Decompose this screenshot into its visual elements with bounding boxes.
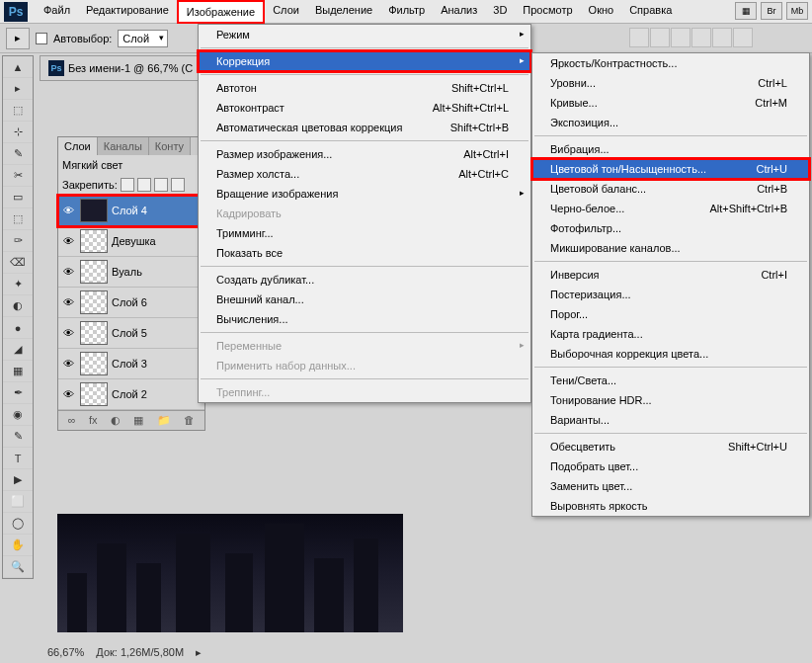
menu-item[interactable]: Вибрация...	[532, 139, 809, 159]
menu-item[interactable]: АвтоконтрастAlt+Shift+Ctrl+L	[199, 98, 530, 118]
menu-слои[interactable]: Слои	[265, 0, 307, 24]
menu-item[interactable]: Размер изображения...Alt+Ctrl+I	[199, 144, 530, 164]
layer-footer-icon[interactable]: ∞	[68, 414, 76, 427]
tool-button[interactable]: ✂	[3, 165, 33, 187]
titlebar-icon[interactable]: Mb	[786, 2, 808, 20]
tab-channels[interactable]: Каналы	[98, 137, 149, 155]
tool-button[interactable]: ✦	[3, 274, 33, 295]
tool-button[interactable]: ▶	[3, 469, 33, 491]
menu-item[interactable]: Тени/Света...	[532, 371, 809, 390]
layer-row[interactable]: 👁Слой 2	[58, 379, 204, 410]
tool-button[interactable]: ✎	[3, 426, 33, 448]
tab-paths[interactable]: Конту	[149, 137, 191, 155]
layer-footer-icon[interactable]: ◐	[111, 414, 121, 427]
lock-paint-icon[interactable]	[137, 178, 151, 192]
autoselect-dropdown[interactable]: Слой	[118, 30, 168, 47]
menu-item[interactable]: Вращение изображения	[199, 184, 530, 204]
layer-row[interactable]: 👁Слой 5	[58, 318, 204, 349]
layer-row[interactable]: 👁Слой 6	[58, 288, 204, 318]
visibility-icon[interactable]: 👁	[60, 265, 76, 279]
menu-item[interactable]: Выборочная коррекция цвета...	[532, 344, 809, 364]
layer-thumbnail[interactable]	[80, 352, 108, 375]
layer-footer-icon[interactable]: ▦	[133, 414, 143, 427]
menu-просмотр[interactable]: Просмотр	[515, 0, 580, 24]
layer-thumbnail[interactable]	[80, 290, 108, 314]
visibility-icon[interactable]: 👁	[60, 357, 76, 371]
visibility-icon[interactable]: 👁	[60, 387, 76, 401]
menu-item[interactable]: Фотофильтр...	[532, 218, 809, 238]
align-icon[interactable]	[733, 28, 753, 47]
layer-row[interactable]: 👁Слой 3	[58, 349, 204, 379]
menu-item[interactable]: Порог...	[532, 304, 809, 324]
menu-справка[interactable]: Справка	[621, 0, 680, 24]
menu-item[interactable]: Автоматическая цветовая коррекцияShift+C…	[199, 118, 530, 137]
tool-button[interactable]: ✒	[3, 382, 33, 404]
tool-button[interactable]: ▲	[3, 56, 33, 78]
menu-item[interactable]: Подобрать цвет...	[532, 456, 809, 476]
visibility-icon[interactable]: 👁	[60, 326, 76, 340]
menu-анализ[interactable]: Анализ	[433, 0, 485, 24]
menu-окно[interactable]: Окно	[581, 0, 622, 24]
lock-transparency-icon[interactable]	[121, 178, 134, 192]
layer-thumbnail[interactable]	[80, 199, 108, 222]
tool-button[interactable]: ⬚	[3, 100, 33, 122]
layer-thumbnail[interactable]	[80, 260, 108, 284]
menu-item[interactable]: Варианты...	[532, 410, 809, 430]
tool-button[interactable]: ▭	[3, 187, 33, 208]
tool-button[interactable]: ⬜	[3, 491, 33, 513]
menu-изображение[interactable]: Изображение	[177, 0, 265, 24]
align-icon[interactable]	[671, 28, 690, 47]
tool-button[interactable]: ▦	[3, 361, 33, 382]
layer-footer-icon[interactable]: fx	[89, 414, 98, 427]
tool-button[interactable]: ▸	[3, 78, 33, 100]
menu-item[interactable]: АвтотонShift+Ctrl+L	[199, 78, 530, 98]
align-icon[interactable]	[650, 28, 670, 47]
tool-button[interactable]: ●	[3, 317, 33, 339]
visibility-icon[interactable]: 👁	[60, 234, 76, 248]
tool-button[interactable]: ◢	[3, 339, 33, 361]
visibility-icon[interactable]: 👁	[60, 204, 76, 217]
align-icon[interactable]	[712, 28, 732, 47]
layer-thumbnail[interactable]	[80, 321, 108, 345]
menu-item[interactable]: Внешний канал...	[199, 290, 530, 309]
layer-row[interactable]: 👁Слой 4	[58, 196, 204, 226]
titlebar-icon[interactable]: ▦	[735, 2, 757, 20]
menu-3d[interactable]: 3D	[485, 0, 515, 24]
tool-button[interactable]: ✑	[3, 230, 33, 252]
tool-button[interactable]: ⌫	[3, 252, 33, 274]
menu-item[interactable]: Уровни...Ctrl+L	[532, 73, 809, 93]
align-icon[interactable]	[629, 28, 649, 47]
menu-item[interactable]: Черно-белое...Alt+Shift+Ctrl+B	[532, 199, 809, 218]
visibility-icon[interactable]: 👁	[60, 295, 76, 309]
document-tab[interactable]: Ps Без имени-1 @ 66,7% (С	[40, 55, 202, 81]
align-icon[interactable]	[691, 28, 711, 47]
menu-item[interactable]: Коррекция	[199, 51, 530, 71]
layer-footer-icon[interactable]: 📁	[157, 414, 171, 427]
menu-item[interactable]: ИнверсияCtrl+I	[532, 265, 809, 285]
menu-файл[interactable]: Файл	[36, 0, 78, 24]
menu-item[interactable]: Кривые...Ctrl+M	[532, 93, 809, 113]
menu-item[interactable]: Заменить цвет...	[532, 476, 809, 496]
layer-thumbnail[interactable]	[80, 382, 108, 406]
tool-button[interactable]: ⊹	[3, 122, 33, 143]
tool-button[interactable]: ◉	[3, 404, 33, 426]
menu-редактирование[interactable]: Редактирование	[78, 0, 177, 24]
menu-item[interactable]: Тримминг...	[199, 223, 530, 243]
menu-item[interactable]: Цветовой тон/Насыщенность...Ctrl+U	[532, 159, 809, 179]
tab-layers[interactable]: Слои	[58, 137, 98, 155]
menu-item[interactable]: Создать дубликат...	[199, 270, 530, 290]
menu-item[interactable]: Карта градиента...	[532, 324, 809, 344]
tool-button[interactable]: ✋	[3, 535, 33, 556]
menu-item[interactable]: Тонирование HDR...	[532, 390, 809, 410]
menu-выделение[interactable]: Выделение	[307, 0, 380, 24]
layer-thumbnail[interactable]	[80, 229, 108, 253]
layer-footer-icon[interactable]: 🗑	[184, 414, 195, 427]
menu-item[interactable]: Экспозиция...	[532, 113, 809, 132]
lock-move-icon[interactable]	[154, 178, 168, 192]
menu-item[interactable]: Выровнять яркость	[532, 496, 809, 516]
menu-item[interactable]: Микширование каналов...	[532, 238, 809, 258]
tool-button[interactable]: ◐	[3, 295, 33, 317]
menu-item[interactable]: Цветовой баланс...Ctrl+B	[532, 179, 809, 199]
menu-item[interactable]: Показать все	[199, 243, 530, 263]
layer-row[interactable]: 👁Вуаль	[58, 257, 204, 288]
